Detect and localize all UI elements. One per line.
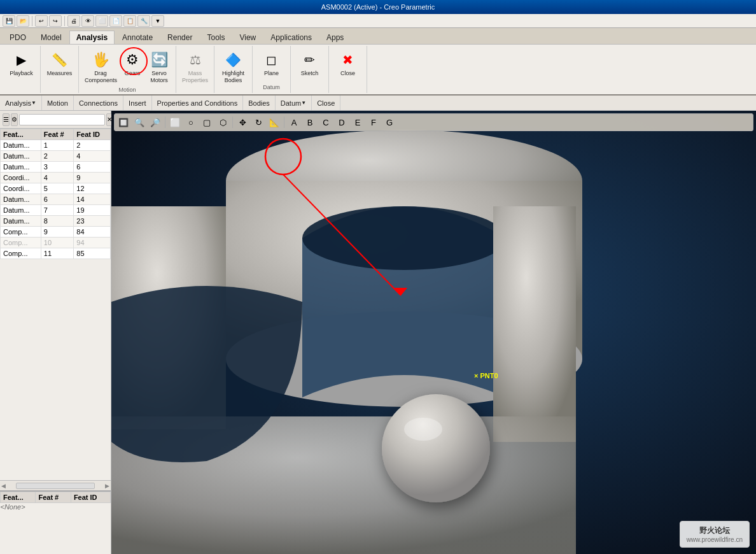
playback-button[interactable]: ▶ Playback <box>8 48 35 78</box>
ribbon-group-mass: ⚖ MassProperties <box>176 46 214 93</box>
viewport[interactable]: 🔲 🔍 🔎 ⬜ ○ ▢ ⬡ ✥ ↻ 📐 A B C D E F G × PNT0 <box>111 111 756 554</box>
vp-sep-2 <box>232 117 233 128</box>
bottom-feat-col: Feat... <box>1 492 36 503</box>
vp-box-btn[interactable]: ⬜ <box>167 115 183 129</box>
scroll-right-arrow[interactable]: ▶ <box>104 483 111 489</box>
ribbon-group-measures: 📏 Measures <box>41 46 79 93</box>
open-btn[interactable]: 📂 <box>17 15 29 27</box>
watermark-line2: www.proewildfire.cn <box>687 536 743 543</box>
tab-apps[interactable]: Apps <box>319 31 351 44</box>
vp-zoom-out-btn[interactable]: 🔎 <box>148 115 163 129</box>
tb-sep-1 <box>32 16 32 26</box>
table-row[interactable]: Datum...36 <box>1 162 111 173</box>
bottom-featnum-col: Feat # <box>36 492 71 503</box>
ribbon2-close[interactable]: Close <box>312 96 340 110</box>
ribbon2-connections[interactable]: Connections <box>74 96 123 110</box>
left-panel-toolbar: ☰ ⚙ ✕ ▼ + <box>0 111 111 129</box>
feat-col-header: Feat... <box>1 129 41 140</box>
vp-pan-btn[interactable]: ✥ <box>235 115 250 129</box>
print-btn[interactable]: 🖨 <box>67 15 80 27</box>
playback-label: Playback <box>10 70 33 77</box>
vp-d-btn[interactable]: D <box>334 115 349 129</box>
feat-table-body: Datum...12Datum...24Datum...36Coordi...4… <box>1 140 111 259</box>
ribbon2-motion[interactable]: Motion <box>42 96 74 110</box>
redo-btn[interactable]: ↪ <box>49 15 62 27</box>
doc-btn[interactable]: 📄 <box>109 15 122 27</box>
vp-select-btn[interactable]: ▢ <box>199 115 214 129</box>
ribbon-group-motion: 🖐 DragComponents ⚙ Gears 🔄 ServoMotors M… <box>79 46 176 93</box>
vp-b-btn[interactable]: B <box>302 115 318 129</box>
table-row[interactable]: Datum...24 <box>1 151 111 162</box>
ribbon-content: ▶ Playback 📏 Measures 🖐 DragComponents ⚙… <box>0 45 756 96</box>
lp-settings-btn[interactable]: ⚙ <box>11 113 18 126</box>
measures-button[interactable]: 📏 Measures <box>45 48 74 78</box>
view-btn[interactable]: 👁 <box>81 15 94 27</box>
servo-motors-button[interactable]: 🔄 ServoMotors <box>146 48 172 85</box>
close-icon: ✖ <box>338 50 358 70</box>
ribbon-group-sketch: ✏ Sketch <box>291 46 329 93</box>
ribbon-tabs: PDO Model Analysis Annotate Render Tools… <box>0 28 756 45</box>
vp-a-btn[interactable]: A <box>286 115 302 129</box>
table-row[interactable]: Comp...984 <box>1 227 111 238</box>
mass-properties-label: MassProperties <box>182 70 208 84</box>
gears-button[interactable]: ⚙ Gears <box>120 48 145 78</box>
tab-render[interactable]: Render <box>160 31 199 44</box>
table-row[interactable]: Datum...719 <box>1 205 111 216</box>
tab-applications[interactable]: Applications <box>263 31 319 44</box>
secondary-ribbon: Analysis Motion Connections Insert Prope… <box>0 96 756 111</box>
tab-model[interactable]: Model <box>34 31 69 44</box>
vp-g-btn[interactable]: G <box>382 115 397 129</box>
window-btn[interactable]: ⬜ <box>95 15 108 27</box>
drag-components-button[interactable]: 🖐 DragComponents <box>83 48 118 85</box>
undo-btn[interactable]: ↩ <box>35 15 48 27</box>
ribbon2-bodies[interactable]: Bodies <box>243 96 276 110</box>
ribbon2-datum[interactable]: Datum <box>276 96 312 110</box>
settings-btn[interactable]: 🔧 <box>137 15 150 27</box>
horizontal-scrollbar[interactable] <box>16 483 95 489</box>
tab-pdo[interactable]: PDO <box>3 31 33 44</box>
ribbon-group-highlight: 🔷 HighlightBodies <box>214 46 253 93</box>
table-row[interactable]: Comp...1185 <box>1 248 111 259</box>
model-svg <box>111 111 756 554</box>
tab-tools[interactable]: Tools <box>200 31 232 44</box>
ribbon-group-datum: ◻ Plane Datum <box>253 46 291 93</box>
lp-menu-btn[interactable]: ☰ <box>3 113 10 126</box>
table-row[interactable]: Datum...823 <box>1 216 111 227</box>
vp-rotate-btn[interactable]: ↻ <box>251 115 266 129</box>
mass-properties-button[interactable]: ⚖ MassProperties <box>180 48 210 85</box>
pnt0-label: × PNT0 <box>474 372 498 380</box>
more-btn[interactable]: ▼ <box>151 15 164 27</box>
viewport-toolbar: 🔲 🔍 🔎 ⬜ ○ ▢ ⬡ ✥ ↻ 📐 A B C D E F G <box>114 113 753 131</box>
table-row[interactable]: Coordi...512 <box>1 183 111 194</box>
table-row[interactable]: Comp...1094 <box>1 238 111 248</box>
save-btn[interactable]: 💾 <box>3 15 15 27</box>
table-row[interactable]: Coordi...49 <box>1 173 111 183</box>
tab-view[interactable]: View <box>232 31 263 44</box>
sketch-button[interactable]: ✏ Sketch <box>297 48 323 78</box>
close-label: Close <box>340 70 355 77</box>
ribbon2-insert[interactable]: Insert <box>123 96 152 110</box>
close-button[interactable]: ✖ Close <box>335 48 361 78</box>
table-row[interactable]: Datum...12 <box>1 140 111 151</box>
lp-search-input[interactable] <box>19 114 105 125</box>
tab-analysis[interactable]: Analysis <box>69 31 115 44</box>
vp-measure-btn[interactable]: 📐 <box>267 115 282 129</box>
ribbon2-properties[interactable]: Properties and Conditions <box>152 96 244 110</box>
plane-button[interactable]: ◻ Plane <box>259 48 284 78</box>
vp-lasso-btn[interactable]: ⬡ <box>215 115 230 129</box>
vp-f-btn[interactable]: F <box>366 115 381 129</box>
vp-circle-btn[interactable]: ○ <box>183 115 199 129</box>
scroll-left-arrow[interactable]: ◀ <box>0 483 7 489</box>
table-row[interactable]: Datum...614 <box>1 194 111 205</box>
tab-annotate[interactable]: Annotate <box>115 31 160 44</box>
ribbon2-analysis[interactable]: Analysis <box>0 96 42 110</box>
vp-fit-btn[interactable]: 🔲 <box>116 115 131 129</box>
mass-properties-icon: ⚖ <box>185 50 206 70</box>
vp-zoom-in-btn[interactable]: 🔍 <box>132 115 147 129</box>
vp-e-btn[interactable]: E <box>350 115 365 129</box>
copy-btn[interactable]: 📋 <box>123 15 136 27</box>
vp-c-btn[interactable]: C <box>318 115 333 129</box>
datum-group-label: Datum <box>263 84 280 92</box>
ribbon-group-close: ✖ Close <box>329 46 367 93</box>
highlight-bodies-button[interactable]: 🔷 HighlightBodies <box>220 48 246 85</box>
